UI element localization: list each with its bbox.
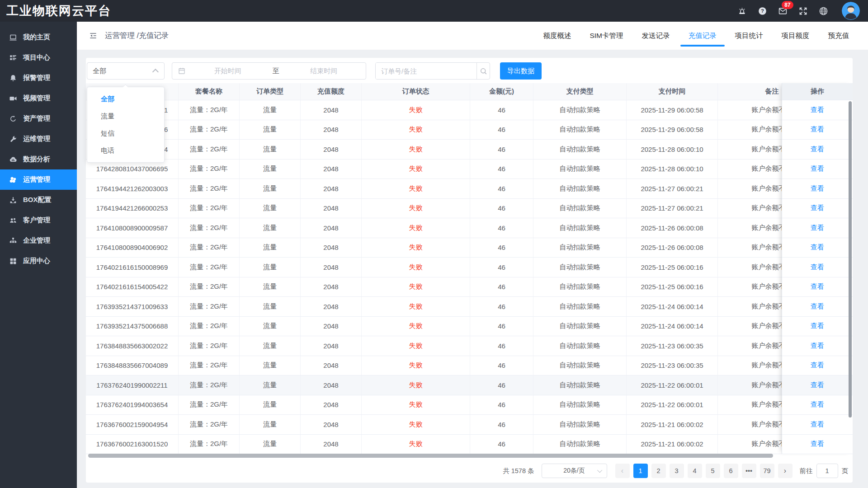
view-link[interactable]: 查看: [811, 420, 824, 429]
sidebar-item-label: 资产管理: [23, 114, 50, 123]
cell-quota: 2048: [301, 218, 362, 238]
tab-project-quota[interactable]: 项目额度: [781, 22, 811, 50]
globe-icon[interactable]: [819, 6, 828, 16]
alarm-icon[interactable]: [737, 6, 747, 16]
view-link[interactable]: 查看: [811, 342, 824, 350]
view-link[interactable]: 查看: [811, 224, 824, 232]
collapse-menu-icon[interactable]: [89, 31, 98, 40]
sidebar-item-app-center[interactable]: 应用中心: [0, 251, 77, 271]
page-button-1[interactable]: 1: [633, 464, 648, 478]
tab-quota-overview[interactable]: 额度概述: [542, 22, 572, 50]
sidebar-item-video-mgmt[interactable]: 视频管理: [0, 88, 77, 108]
tab-send-records[interactable]: 发送记录: [641, 22, 671, 50]
page-button-2[interactable]: 2: [651, 464, 666, 478]
breadcrumb: 运营管理 /充值记录: [105, 31, 169, 41]
cell-pay-type: 自动扣款策略: [533, 258, 627, 277]
tab-sim-card-mgmt[interactable]: SIM卡管理: [589, 22, 624, 50]
sidebar-item-customer-mgmt[interactable]: 客户管理: [0, 210, 77, 230]
goto-page-input[interactable]: [816, 464, 838, 478]
search-icon[interactable]: [476, 63, 490, 79]
cell-status: 失败: [362, 160, 470, 179]
laptop-icon: [9, 33, 17, 42]
view-link[interactable]: 查看: [811, 106, 824, 114]
tab-project-stats[interactable]: 项目统计: [734, 22, 764, 50]
dropdown-option[interactable]: 全部: [87, 90, 164, 108]
page-button-3[interactable]: 3: [670, 464, 684, 478]
view-link[interactable]: 查看: [811, 204, 824, 212]
cell-pay-type: 自动扣款策略: [533, 160, 627, 179]
cell-pay-type: 自动扣款策略: [533, 199, 627, 219]
page-button-79[interactable]: 79: [760, 464, 774, 478]
cell-order-type: 流量: [240, 336, 301, 356]
cell-order-type: 流量: [240, 317, 301, 337]
cell-order-type: 流量: [240, 435, 301, 455]
sidebar-item-alarm-mgmt[interactable]: 报警管理: [0, 68, 77, 88]
dropdown-option[interactable]: 电话: [87, 142, 164, 159]
view-link[interactable]: 查看: [811, 381, 824, 389]
user-avatar[interactable]: [842, 2, 860, 20]
date-range-separator: 至: [270, 67, 282, 75]
cell-amount: 46: [470, 258, 533, 277]
cell-package-name: 流量：2G/年: [179, 258, 240, 277]
fullscreen-icon[interactable]: [798, 6, 808, 16]
column-header: 支付时间: [627, 83, 718, 100]
sidebar-item-asset-mgmt[interactable]: 资产管理: [0, 108, 77, 129]
cell-pay-time: 2025-11-22 06:00:01: [627, 395, 718, 415]
cell-amount: 46: [470, 277, 533, 297]
cell-pay-type: 自动扣款策略: [533, 238, 627, 258]
date-range-picker[interactable]: 开始时间 至 结束时间: [172, 62, 366, 80]
sidebar-item-home[interactable]: 我的主页: [0, 27, 77, 47]
sidebar-item-enterprise-mgmt[interactable]: 企业管理: [0, 230, 77, 251]
view-link[interactable]: 查看: [811, 440, 824, 448]
sidebar-item-data-analysis[interactable]: 数据分析: [0, 149, 77, 169]
cell-quota: 2048: [301, 238, 362, 258]
view-link[interactable]: 查看: [811, 145, 824, 154]
dropdown-option[interactable]: 流量: [87, 108, 164, 125]
sidebar-item-label: 运营管理: [23, 175, 50, 184]
cell-quota: 2048: [301, 395, 362, 415]
cell-status: 失败: [362, 179, 470, 199]
view-link[interactable]: 查看: [811, 243, 824, 252]
order-search-input[interactable]: [376, 63, 476, 79]
view-link[interactable]: 查看: [811, 125, 824, 134]
mail-icon[interactable]: 87: [778, 6, 788, 16]
action-cell: 查看: [782, 435, 853, 455]
cell-order-type: 流量: [240, 415, 301, 435]
cell-package-name: 流量：2G/年: [179, 375, 240, 395]
view-link[interactable]: 查看: [811, 184, 824, 193]
view-link[interactable]: 查看: [811, 361, 824, 370]
page-button-5[interactable]: 5: [706, 464, 720, 478]
view-link[interactable]: 查看: [811, 322, 824, 330]
cell-package-name: 流量：2G/年: [179, 415, 240, 435]
view-link[interactable]: 查看: [811, 282, 824, 291]
cell-quota: 2048: [301, 120, 362, 140]
action-cell: 查看: [782, 395, 853, 415]
page-size-select[interactable]: 20条/页: [542, 464, 607, 478]
prev-page-button[interactable]: ‹: [615, 464, 630, 478]
view-link[interactable]: 查看: [811, 400, 824, 409]
cell-package-name: 流量：2G/年: [179, 100, 240, 120]
sidebar-item-project-center[interactable]: 项目中心: [0, 47, 77, 68]
table-row: 1763848835663002022流量：2G/年流量2048失败46自动扣款…: [86, 336, 826, 356]
tab-recharge-records[interactable]: 充值记录: [688, 22, 717, 50]
sidebar-item-operation-mgmt[interactable]: 运营管理: [0, 169, 77, 190]
next-page-button[interactable]: ›: [778, 464, 793, 478]
view-link[interactable]: 查看: [811, 302, 824, 311]
dropdown-option[interactable]: 短信: [87, 125, 164, 142]
view-link[interactable]: 查看: [811, 263, 824, 272]
order-type-select[interactable]: 全部: [87, 62, 165, 80]
help-icon[interactable]: ?: [758, 6, 767, 16]
sidebar-item-box-config[interactable]: BOX配置: [0, 190, 77, 210]
vertical-scrollbar[interactable]: [849, 101, 852, 418]
sidebar-item-label: BOX配置: [23, 196, 52, 204]
more-pages-button[interactable]: •••: [742, 464, 756, 478]
sidebar-item-ops-mgmt[interactable]: 运维管理: [0, 129, 77, 149]
export-data-button[interactable]: 导出数据: [500, 62, 542, 80]
cell-package-name: 流量：2G/年: [179, 336, 240, 356]
cell-order-type: 流量: [240, 277, 301, 297]
page-button-6[interactable]: 6: [724, 464, 738, 478]
page-button-4[interactable]: 4: [688, 464, 702, 478]
horizontal-scrollbar[interactable]: [88, 454, 773, 458]
view-link[interactable]: 查看: [811, 164, 824, 173]
tab-pre-recharge[interactable]: 预充值: [827, 22, 850, 50]
